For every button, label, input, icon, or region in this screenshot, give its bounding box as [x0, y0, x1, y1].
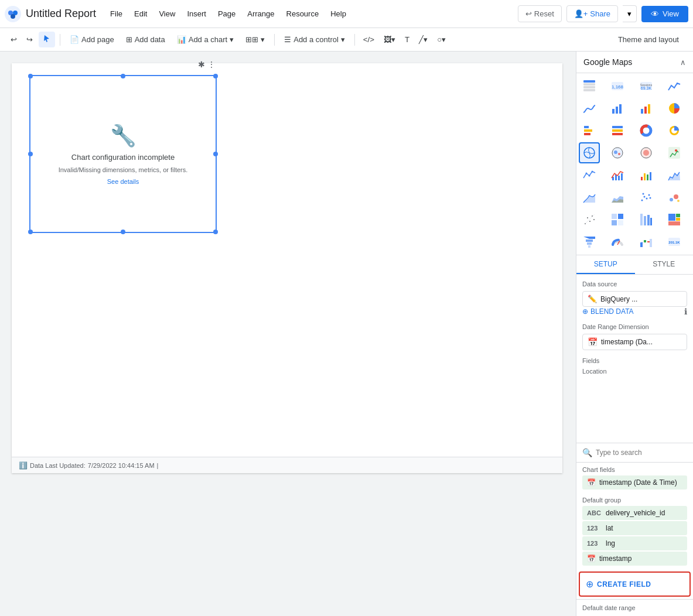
resize-handle-tc[interactable]: [121, 74, 125, 78]
redo-button[interactable]: ↪: [23, 33, 36, 46]
chart-type-heat-map[interactable]: [636, 142, 657, 163]
search-input[interactable]: [596, 449, 687, 457]
menu-help[interactable]: Help: [326, 7, 351, 20]
resize-handle-tl[interactable]: [28, 74, 33, 78]
menu-page[interactable]: Page: [213, 7, 240, 20]
menu-edit[interactable]: Edit: [129, 7, 152, 20]
resize-handle-bl[interactable]: [28, 230, 33, 234]
field-lat[interactable]: 123 lat: [582, 521, 687, 535]
chart-type-pivot[interactable]: [607, 209, 628, 230]
embed-button[interactable]: </>: [360, 33, 378, 46]
menu-bar: File Edit View Insert Page Arrange Resou…: [105, 7, 351, 20]
data-source-selector[interactable]: ✏️ BigQuery ...: [582, 291, 687, 307]
image-button[interactable]: 🖼▾: [380, 33, 399, 46]
chart-type-line[interactable]: [664, 76, 685, 97]
chart-type-bar2[interactable]: [636, 98, 657, 119]
chart-more-icon[interactable]: ⋮: [207, 60, 216, 69]
svg-point-63: [593, 219, 595, 220]
chart-type-waterfall[interactable]: [636, 231, 657, 252]
tab-style[interactable]: STYLE: [635, 255, 694, 274]
svg-rect-4: [583, 80, 595, 83]
svg-rect-70: [644, 216, 646, 225]
chart-type-treemap[interactable]: [664, 209, 685, 230]
resize-handle-ml[interactable]: [28, 152, 33, 156]
blend-info-icon[interactable]: ℹ: [684, 307, 687, 316]
chart-settings-icon[interactable]: ✱: [198, 60, 205, 69]
add-chart-button[interactable]: 📊 Add a chart ▾: [172, 33, 239, 46]
component-button[interactable]: ⊞⊞ ▾: [241, 33, 269, 46]
svg-rect-71: [647, 215, 650, 225]
chart-field-timestamp[interactable]: 📅 timestamp (Date & Time): [582, 475, 687, 490]
chart-type-gauge[interactable]: [607, 231, 628, 252]
field-lng[interactable]: 123 lng: [582, 536, 687, 550]
chart-type-funnel[interactable]: [579, 231, 600, 252]
add-data-button[interactable]: ⊞ Add data: [121, 33, 170, 46]
panel-tabs: SETUP STYLE: [576, 255, 693, 275]
menu-insert[interactable]: Insert: [182, 7, 211, 20]
svg-rect-79: [644, 240, 646, 242]
chart-type-google-maps[interactable]: [664, 142, 685, 163]
chart-type-bubble[interactable]: [664, 187, 685, 208]
view-button[interactable]: 👁 View: [641, 6, 688, 22]
chart-widget[interactable]: ✱ ⋮ 🔧 Chart configuration incomplete Inv…: [29, 75, 217, 233]
undo-button[interactable]: ↩: [7, 33, 21, 46]
data-status-separator: |: [157, 462, 159, 469]
menu-view[interactable]: View: [154, 7, 180, 20]
chart-type-scorecard[interactable]: 1,168: [607, 76, 628, 97]
tab-setup[interactable]: SETUP: [576, 255, 635, 274]
chart-type-area[interactable]: [664, 165, 685, 186]
resize-handle-br[interactable]: [213, 230, 218, 234]
wrench-icon: 🔧: [110, 124, 136, 148]
add-page-button[interactable]: 📄 Add page: [65, 33, 119, 46]
resize-handle-mr[interactable]: [213, 152, 218, 156]
menu-file[interactable]: File: [105, 7, 127, 20]
svg-rect-75: [676, 218, 680, 221]
chart-type-bullet[interactable]: [636, 165, 657, 186]
chart-type-donut[interactable]: [636, 120, 657, 141]
svg-rect-46: [641, 177, 643, 180]
panel-collapse-icon[interactable]: ∧: [680, 58, 686, 67]
chart-type-bar-stacked[interactable]: [607, 120, 628, 141]
line-button[interactable]: ╱▾: [415, 33, 431, 46]
field-timestamp[interactable]: 📅 timestamp: [582, 552, 687, 566]
chart-type-pivot2[interactable]: [636, 209, 657, 230]
svg-rect-14: [616, 107, 618, 114]
chart-type-bar[interactable]: [607, 98, 628, 119]
menu-resource[interactable]: Resource: [282, 7, 324, 20]
chart-type-table[interactable]: [579, 76, 600, 97]
blend-data-button[interactable]: ⊕ BLEND DATA: [582, 307, 634, 316]
chart-type-scatter[interactable]: [636, 187, 657, 208]
chart-type-bar-h[interactable]: [579, 120, 600, 141]
svg-rect-47: [644, 173, 646, 180]
reset-button[interactable]: ↩ Reset: [518, 5, 562, 22]
chart-type-smooth-area[interactable]: [579, 187, 600, 208]
chart-type-bar-line[interactable]: [607, 165, 628, 186]
text-button[interactable]: T: [401, 33, 413, 46]
resize-handle-tr[interactable]: [213, 74, 218, 78]
chart-type-geo-map[interactable]: [579, 142, 600, 163]
create-field-button[interactable]: ⊕ CREATE FIELD: [579, 571, 691, 597]
chart-see-details-link[interactable]: See details: [107, 178, 139, 185]
select-tool-button[interactable]: [39, 32, 55, 47]
chart-type-scorecard2[interactable]: Sessions69.3K: [636, 76, 657, 97]
add-control-button[interactable]: ☰ Add a control ▾: [279, 33, 350, 46]
chart-type-area-line[interactable]: [579, 165, 600, 186]
chart-type-stacked-area[interactable]: [607, 187, 628, 208]
shape-button[interactable]: ○▾: [433, 33, 449, 46]
svg-rect-76: [668, 221, 680, 225]
chart-type-last[interactable]: 201.1K: [664, 231, 685, 252]
share-dropdown-button[interactable]: ▾: [623, 5, 637, 22]
theme-layout-button[interactable]: Theme and layout: [611, 33, 686, 46]
svg-text:201.1K: 201.1K: [668, 241, 680, 244]
resize-handle-bc[interactable]: [121, 230, 125, 234]
date-range-selector[interactable]: 📅 timestamp (Da...: [582, 334, 687, 350]
menu-arrange[interactable]: Arrange: [243, 7, 279, 20]
field-delivery-vehicle[interactable]: ABC delivery_vehicle_id: [582, 506, 687, 520]
chart-type-smooth-line[interactable]: [579, 98, 600, 119]
chart-type-bubble-map[interactable]: [607, 142, 628, 163]
chart-type-donut2[interactable]: [664, 120, 685, 141]
chart-type-pie[interactable]: [664, 98, 685, 119]
chart-type-scatter2[interactable]: [579, 209, 600, 230]
share-button[interactable]: 👤+ Share: [566, 5, 618, 22]
svg-rect-20: [584, 126, 589, 128]
